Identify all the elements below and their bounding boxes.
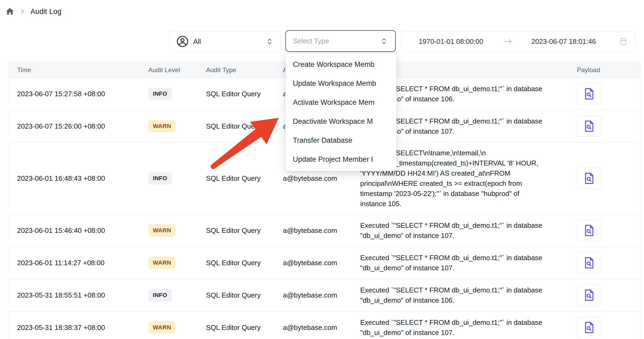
cell-actor: a@bytebase.com — [283, 291, 360, 299]
cell-actor: a@bytebase.com — [283, 226, 360, 235]
cell-time: 2023-06-07 15:27:58 +08:00 — [9, 90, 148, 98]
table-row: 2023-06-01 11:14:27 +08:00 WARN SQL Edit… — [9, 247, 640, 279]
actor-filter-select[interactable]: All — [170, 31, 281, 52]
chevron-right-icon — [19, 8, 26, 15]
table-row: 2023-05-31 18:38:37 +08:00 WARN SQL Edit… — [9, 311, 640, 339]
col-payload: Payload — [561, 66, 639, 74]
cell-comment: Executed `"SELECT * FROM db_ui_demo.t1;"… — [360, 317, 561, 338]
cell-time: 2023-06-07 15:26:00 +08:00 — [9, 122, 148, 130]
cell-audit-type: SQL Editor Query — [206, 174, 283, 183]
document-search-icon — [583, 321, 595, 334]
table-row: 2023-06-01 15:46:40 +08:00 WARN SQL Edit… — [9, 214, 640, 247]
cell-time: 2023-05-31 18:38:37 +08:00 — [9, 323, 148, 332]
payload-view-button[interactable] — [577, 220, 602, 241]
cell-comment: Executed `"SELECT * FROM db_ui_demo.t1;"… — [360, 253, 561, 273]
cell-actor: a@bytebase.com — [283, 323, 360, 332]
payload-view-button[interactable] — [577, 168, 602, 189]
actor-filter-value: All — [193, 37, 201, 46]
cell-audit-type: SQL Editor Query — [206, 323, 283, 332]
cell-time: 2023-05-31 18:55:51 +08:00 — [9, 291, 148, 299]
page-title: Audit Log — [30, 7, 61, 16]
home-icon[interactable] — [5, 7, 14, 16]
cell-audit-type: SQL Editor Query — [206, 259, 283, 267]
arrow-right-icon — [503, 38, 513, 45]
document-search-icon — [583, 87, 595, 101]
cell-audit-type: SQL Editor Query — [206, 90, 283, 98]
document-search-icon — [583, 172, 595, 185]
type-menu-item[interactable]: Transfer Database — [286, 131, 396, 150]
cell-audit-type: SQL Editor Query — [206, 291, 283, 299]
level-badge: WARN — [148, 321, 176, 334]
col-audit-type: Audit Type — [206, 66, 283, 74]
type-menu-item[interactable]: Create Workspace Memb — [286, 55, 396, 74]
date-range-picker[interactable]: 1970-01-01 08:00:00 2023-06-07 18:01:46 — [401, 31, 635, 52]
start-date-value[interactable]: 1970-01-01 08:00:00 — [419, 37, 483, 46]
calendar-icon[interactable] — [619, 37, 627, 46]
col-time: Time — [9, 66, 148, 74]
payload-view-button[interactable] — [577, 284, 602, 306]
payload-view-button[interactable] — [577, 317, 602, 338]
type-menu-item[interactable]: Update Project Member I — [286, 150, 396, 169]
type-filter-select[interactable]: Select Type — [285, 30, 396, 52]
level-badge: WARN — [148, 120, 176, 132]
level-badge: INFO — [148, 289, 172, 301]
payload-view-button[interactable] — [577, 83, 602, 105]
type-filter-placeholder: Select Type — [293, 37, 329, 45]
type-menu-item[interactable]: Update Workspace Memb — [286, 74, 396, 93]
table-row: 2023-05-31 18:55:51 +08:00 INFO SQL Edit… — [9, 279, 640, 311]
end-date-value[interactable]: 2023-06-07 18:01:46 — [531, 37, 596, 46]
document-search-icon — [583, 120, 595, 133]
level-badge: INFO — [148, 172, 172, 184]
document-search-icon — [583, 256, 595, 269]
cell-comment: Executed `"SELECT * FROM db_ui_demo.t1;"… — [360, 285, 561, 305]
user-circle-icon — [176, 35, 189, 48]
cell-actor: a@bytebase.com — [283, 174, 360, 183]
cell-comment: Executed `"SELECT * FROM db_ui_demo.t1;"… — [360, 220, 561, 241]
cell-audit-type: SQL Editor Query — [206, 122, 283, 130]
breadcrumb: Audit Log — [5, 7, 61, 16]
type-menu: Create Workspace MembUpdate Workspace Me… — [285, 53, 397, 171]
level-badge: WARN — [148, 224, 176, 237]
col-audit-level: Audit Level — [148, 66, 206, 74]
cell-actor: a@bytebase.com — [283, 259, 360, 267]
payload-view-button[interactable] — [577, 115, 602, 137]
updown-chevrons-icon — [380, 37, 388, 45]
document-search-icon — [583, 224, 595, 237]
cell-time: 2023-06-01 15:46:40 +08:00 — [9, 226, 148, 235]
updown-chevrons-icon — [265, 37, 274, 46]
cell-time: 2023-06-01 11:14:27 +08:00 — [9, 259, 148, 267]
cell-time: 2023-06-01 16:48:43 +08:00 — [9, 174, 148, 183]
audit-log-page: Audit Log All Select Type 1970-01-01 08:… — [0, 0, 644, 339]
document-search-icon — [583, 288, 595, 302]
payload-view-button[interactable] — [577, 252, 602, 273]
cell-audit-type: SQL Editor Query — [206, 226, 283, 235]
level-badge: WARN — [148, 257, 176, 269]
level-badge: INFO — [148, 88, 172, 100]
type-menu-item[interactable]: Activate Workspace Mem — [286, 93, 396, 112]
type-menu-item[interactable]: Deactivate Workspace M — [286, 112, 396, 131]
